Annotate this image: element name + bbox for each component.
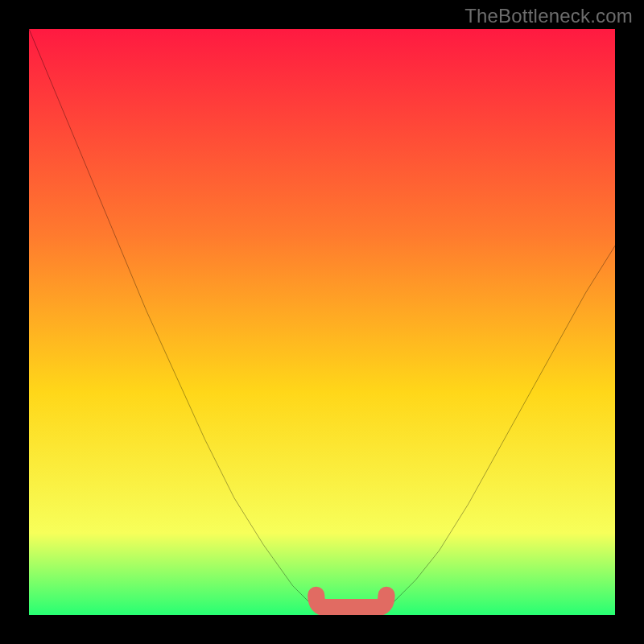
watermark-text: TheBottleneck.com (464, 5, 633, 27)
chart-frame: TheBottleneck.com (0, 0, 644, 644)
gradient-background (29, 29, 615, 615)
bottleneck-chart (29, 29, 615, 615)
